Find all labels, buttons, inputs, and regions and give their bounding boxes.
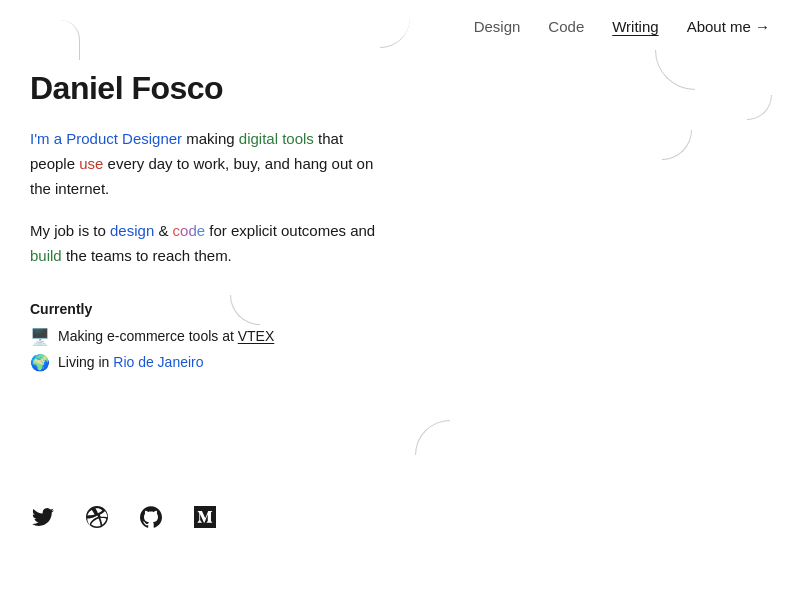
- currently-label: Currently: [30, 301, 390, 317]
- currently-item-vtex: 🖥️ Making e-commerce tools at VTEX: [30, 327, 390, 346]
- nav-code[interactable]: Code: [548, 18, 584, 35]
- laptop-emoji: 🖥️: [30, 327, 50, 346]
- text-use: use: [79, 155, 103, 172]
- text-digital-tools: digital tools: [239, 130, 314, 147]
- vtex-text: Making e-commerce tools at VTEX: [58, 328, 274, 344]
- text-making: making: [186, 130, 239, 147]
- text-code: code: [173, 222, 206, 239]
- dribbble-link[interactable]: [84, 504, 110, 530]
- decorative-arc-2: [380, 18, 410, 48]
- rio-link[interactable]: Rio de Janeiro: [113, 354, 203, 370]
- text-design: design: [110, 222, 154, 239]
- text-for-explicit: for explicit outcomes and: [209, 222, 375, 239]
- decorative-arc-6: [415, 420, 450, 455]
- nav-about[interactable]: About me →: [687, 18, 770, 35]
- github-icon: [140, 506, 162, 528]
- social-links: [30, 504, 218, 530]
- navigation: Design Code Writing About me →: [444, 0, 800, 53]
- text-im-a: I'm a Product Designer: [30, 130, 182, 147]
- medium-icon: [194, 506, 216, 528]
- main-content: Daniel Fosco I'm a Product Designer maki…: [30, 70, 390, 379]
- nav-writing[interactable]: Writing: [612, 18, 658, 35]
- page-title: Daniel Fosco: [30, 70, 390, 107]
- currently-section: Currently 🖥️ Making e-commerce tools at …: [30, 301, 390, 372]
- decorative-arc-3: [655, 50, 695, 90]
- decorative-arc-7: [747, 95, 772, 120]
- medium-link[interactable]: [192, 504, 218, 530]
- globe-emoji: 🌍: [30, 353, 50, 372]
- intro-paragraph-2: My job is to design & code for explicit …: [30, 219, 390, 269]
- twitter-link[interactable]: [30, 504, 56, 530]
- nav-design[interactable]: Design: [474, 18, 521, 35]
- location-text: Living in Rio de Janeiro: [58, 354, 204, 370]
- text-teams: the teams to reach them.: [66, 247, 232, 264]
- intro-paragraph-1: I'm a Product Designer making digital to…: [30, 127, 390, 201]
- decorative-arc-4: [662, 130, 692, 160]
- github-link[interactable]: [138, 504, 164, 530]
- decorative-arc-1: [60, 20, 80, 60]
- twitter-icon: [32, 506, 54, 528]
- text-build: build: [30, 247, 62, 264]
- text-my-job: My job is to: [30, 222, 110, 239]
- currently-item-location: 🌍 Living in Rio de Janeiro: [30, 353, 390, 372]
- vtex-link[interactable]: VTEX: [238, 328, 275, 344]
- text-ampersand: &: [158, 222, 172, 239]
- dribbble-icon: [86, 506, 108, 528]
